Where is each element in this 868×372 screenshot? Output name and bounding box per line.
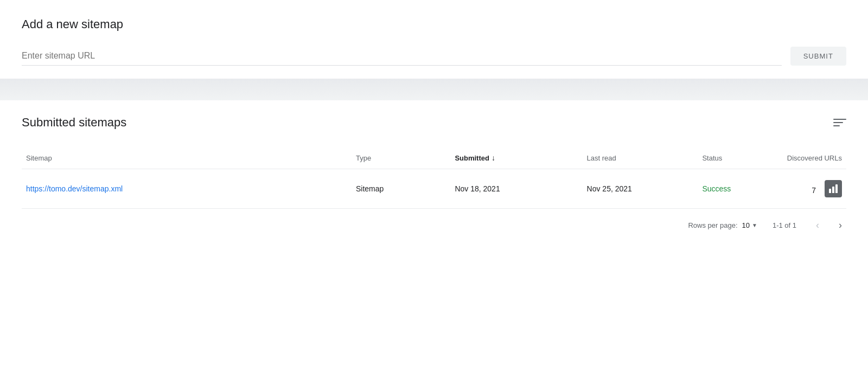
page-info: 1-1 of 1: [773, 221, 796, 229]
submitted-sitemaps-section: Submitted sitemaps Sitemap Type Submitte…: [0, 100, 868, 246]
next-page-button[interactable]: ›: [834, 217, 846, 233]
bar-1: [829, 189, 831, 193]
filter-line-2: [833, 122, 843, 123]
bar-chart-button[interactable]: [825, 180, 842, 197]
pagination-row: Rows per page: 10 ▼ 1-1 of 1 ‹ ›: [22, 209, 846, 233]
filter-button[interactable]: [833, 116, 846, 129]
cell-discovered: 7: [780, 169, 846, 209]
rows-per-page-select[interactable]: 10 ▼: [742, 221, 757, 229]
rows-per-page-control: Rows per page: 10 ▼: [688, 221, 757, 229]
table-header-row: Sitemap Type Submitted ↓ Last read Statu…: [22, 147, 846, 169]
cell-type: Sitemap: [352, 169, 450, 209]
rows-per-page-label: Rows per page:: [688, 221, 737, 229]
bar-3: [835, 184, 838, 193]
col-header-discovered: Discovered URLs: [780, 147, 846, 169]
filter-line-1: [833, 119, 846, 120]
cell-status: Success: [698, 169, 780, 209]
rows-per-page-value: 10: [742, 221, 750, 229]
sitemap-url-input[interactable]: [22, 47, 782, 65]
table-row: https://tomo.dev/sitemap.xml Sitemap Nov…: [22, 169, 846, 209]
submit-button[interactable]: SUBMIT: [790, 47, 846, 66]
submitted-sitemaps-title: Submitted sitemaps: [22, 116, 126, 130]
col-header-submitted[interactable]: Submitted ↓: [450, 147, 582, 169]
submitted-header-row: Submitted sitemaps: [22, 116, 846, 130]
cell-lastread: Nov 25, 2021: [583, 169, 698, 209]
url-input-row: SUBMIT: [22, 47, 846, 66]
divider-band: [0, 79, 868, 100]
col-header-sitemap: Sitemap: [22, 147, 352, 169]
chevron-down-icon: ▼: [752, 222, 757, 228]
bar-2: [832, 187, 834, 193]
cell-submitted: Nov 18, 2021: [450, 169, 582, 209]
sitemap-link[interactable]: https://tomo.dev/sitemap.xml: [26, 184, 123, 193]
add-sitemap-section: Add a new sitemap SUBMIT: [0, 0, 868, 79]
prev-page-button[interactable]: ‹: [812, 217, 824, 233]
col-header-lastread: Last read: [583, 147, 698, 169]
sort-arrow-icon: ↓: [492, 153, 495, 162]
col-header-type: Type: [352, 147, 450, 169]
bar-chart-icon: [829, 184, 838, 193]
url-input-wrapper: [22, 47, 782, 66]
sitemaps-table: Sitemap Type Submitted ↓ Last read Statu…: [22, 147, 846, 209]
add-sitemap-title: Add a new sitemap: [22, 17, 846, 31]
cell-sitemap: https://tomo.dev/sitemap.xml: [22, 169, 352, 209]
col-header-status: Status: [698, 147, 780, 169]
filter-line-3: [833, 125, 840, 126]
status-badge: Success: [702, 184, 731, 193]
